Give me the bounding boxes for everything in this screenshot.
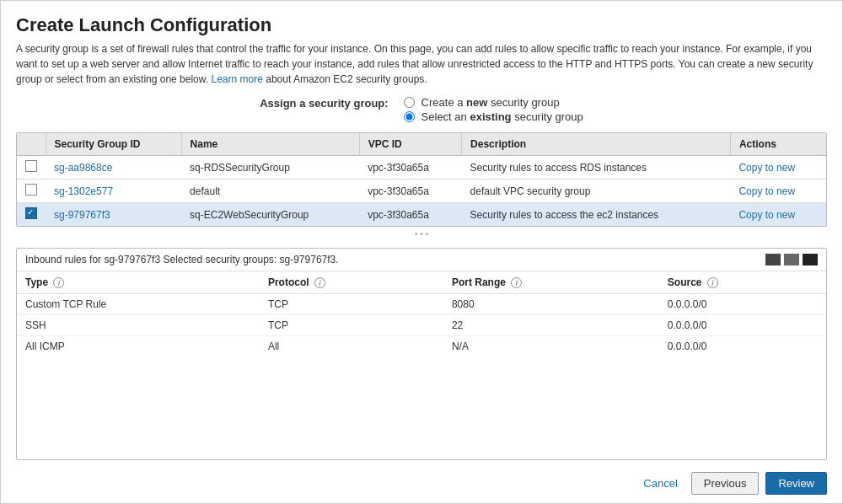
view-icon-1[interactable] bbox=[765, 254, 781, 265]
create-new-radio[interactable] bbox=[404, 97, 415, 108]
copy-to-new-link-0[interactable]: Copy to new bbox=[738, 162, 795, 174]
rule-protocol: All bbox=[260, 336, 443, 357]
row-description: Security rules to access the ec2 instanc… bbox=[462, 203, 731, 227]
row-actions[interactable]: Copy to new bbox=[730, 156, 826, 180]
rule-type: SSH bbox=[17, 315, 260, 336]
review-button[interactable]: Review bbox=[765, 472, 827, 495]
row-sg-id: sg-aa9868ce bbox=[46, 156, 181, 180]
inbound-row: All ICMP All N/A 0.0.0.0/0 bbox=[17, 336, 826, 357]
row-vpc-id: vpc-3f30a65a bbox=[359, 180, 461, 203]
row-checkbox[interactable] bbox=[17, 180, 46, 203]
select-existing-radio[interactable] bbox=[404, 111, 415, 122]
copy-to-new-link-2[interactable]: Copy to new bbox=[738, 209, 795, 221]
col-type: Type i bbox=[17, 271, 260, 294]
rule-port-range: 8080 bbox=[443, 294, 659, 315]
page-description: A security group is a set of firewall ru… bbox=[16, 41, 827, 87]
col-checkbox bbox=[17, 133, 46, 156]
col-port-range: Port Range i bbox=[443, 271, 659, 294]
row-name: sq-EC2WebSecurityGroup bbox=[181, 203, 359, 227]
col-description: Description bbox=[462, 133, 731, 156]
create-new-row: Create a new security group bbox=[404, 96, 560, 109]
inbound-rules-table: Type i Protocol i Port Range i Source i … bbox=[17, 271, 826, 357]
col-sg-id: Security Group ID bbox=[46, 133, 181, 156]
rule-source: 0.0.0.0/0 bbox=[659, 336, 826, 357]
rule-protocol: TCP bbox=[260, 315, 443, 336]
create-new-label[interactable]: Create a new security group bbox=[422, 96, 560, 109]
source-info-icon[interactable]: i bbox=[707, 277, 718, 288]
rule-source: 0.0.0.0/0 bbox=[659, 294, 826, 315]
col-actions: Actions bbox=[730, 133, 826, 156]
row-sg-id: sg-1302e577 bbox=[46, 180, 181, 203]
view-icon-2[interactable] bbox=[784, 254, 799, 265]
table-row[interactable]: sg-979767f3 sq-EC2WebSecurityGroup vpc-3… bbox=[17, 203, 826, 227]
row-sg-id: sg-979767f3 bbox=[46, 203, 181, 227]
rule-type: All ICMP bbox=[17, 336, 260, 357]
rule-port-range: 22 bbox=[443, 315, 659, 336]
row-checkbox[interactable] bbox=[17, 156, 46, 180]
col-vpc-id: VPC ID bbox=[359, 133, 461, 156]
col-source: Source i bbox=[659, 271, 826, 294]
row-name: sq-RDSSecurityGroup bbox=[181, 156, 359, 180]
type-info-icon[interactable]: i bbox=[53, 277, 64, 288]
col-name: Name bbox=[181, 133, 359, 156]
col-protocol: Protocol i bbox=[260, 271, 443, 294]
security-groups-table: Security Group ID Name VPC ID Descriptio… bbox=[17, 133, 826, 226]
row-vpc-id: vpc-3f30a65a bbox=[359, 203, 461, 227]
footer-buttons: Cancel Previous Review bbox=[16, 469, 827, 495]
inbound-row: Custom TCP Rule TCP 8080 0.0.0.0/0 bbox=[17, 294, 826, 315]
assign-group-label: Assign a security group: bbox=[260, 97, 388, 110]
inbound-row: SSH TCP 22 0.0.0.0/0 bbox=[17, 315, 826, 336]
row-actions[interactable]: Copy to new bbox=[730, 203, 826, 227]
rule-port-range: N/A bbox=[443, 336, 659, 357]
select-existing-row: Select an existing security group bbox=[404, 110, 583, 123]
previous-button[interactable]: Previous bbox=[691, 472, 760, 495]
row-description: default VPC security group bbox=[462, 180, 731, 203]
learn-more-link[interactable]: Learn more bbox=[211, 73, 262, 85]
row-vpc-id: vpc-3f30a65a bbox=[359, 156, 461, 180]
assign-security-group-section: Assign a security group: Create a new se… bbox=[16, 95, 827, 124]
inbound-rules-section: Inbound rules for sg-979767f3 Selected s… bbox=[16, 248, 827, 460]
port-range-info-icon[interactable]: i bbox=[511, 277, 522, 288]
inbound-icons bbox=[765, 254, 818, 265]
rule-type: Custom TCP Rule bbox=[17, 294, 260, 315]
inbound-title: Inbound rules for sg-979767f3 Selected s… bbox=[25, 254, 339, 265]
security-groups-table-container: Security Group ID Name VPC ID Descriptio… bbox=[16, 132, 827, 227]
copy-to-new-link-1[interactable]: Copy to new bbox=[738, 185, 795, 197]
select-existing-label[interactable]: Select an existing security group bbox=[422, 110, 583, 123]
protocol-info-icon[interactable]: i bbox=[314, 277, 325, 288]
inbound-header: Inbound rules for sg-979767f3 Selected s… bbox=[17, 249, 826, 271]
row-checkbox[interactable] bbox=[17, 203, 46, 227]
view-icon-3[interactable] bbox=[803, 254, 818, 265]
table-row[interactable]: sg-1302e577 default vpc-3f30a65a default… bbox=[17, 180, 826, 203]
rule-source: 0.0.0.0/0 bbox=[659, 315, 826, 336]
rule-protocol: TCP bbox=[260, 294, 443, 315]
cancel-button[interactable]: Cancel bbox=[636, 474, 684, 493]
row-description: Security rules to access RDS instances bbox=[462, 156, 731, 180]
table-row[interactable]: sg-aa9868ce sq-RDSSecurityGroup vpc-3f30… bbox=[17, 156, 826, 180]
drag-handle[interactable]: • • • bbox=[16, 227, 827, 241]
learn-more-suffix: about Amazon EC2 security groups. bbox=[266, 73, 427, 85]
row-name: default bbox=[181, 180, 359, 203]
row-actions[interactable]: Copy to new bbox=[730, 180, 826, 203]
page-title: Create Launch Configuration bbox=[16, 14, 827, 36]
